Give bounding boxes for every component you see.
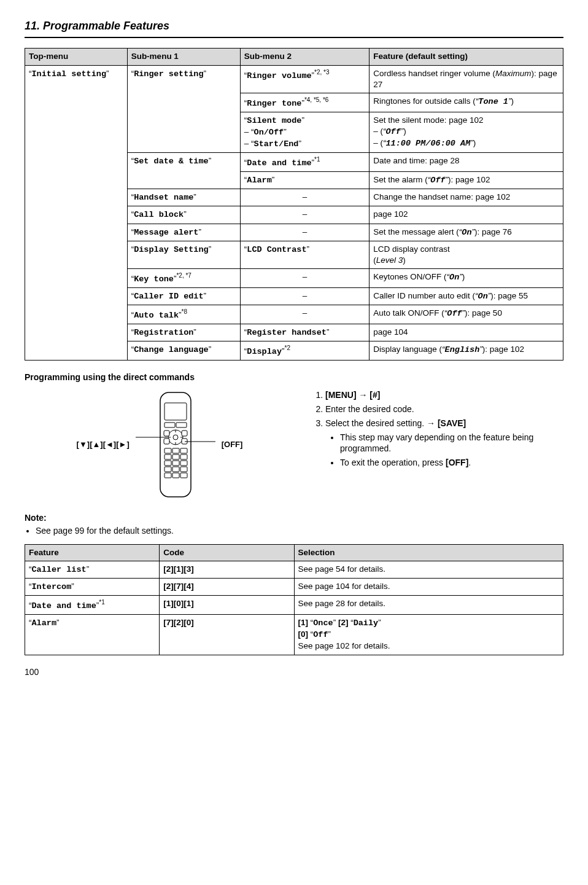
submenu1-cell: “Key tone”*2, *7 — [127, 269, 240, 288]
submenu2-cell: “Ringer volume”*2, *3 — [240, 65, 369, 93]
feature-cell: “Date and time”*1 — [25, 596, 160, 615]
feature-cell: “Intercom” — [25, 579, 160, 596]
submenu2-cell: – — [240, 224, 369, 241]
submenu1-cell: “Registration” — [127, 324, 240, 341]
topmenu-cell: “Initial setting” — [25, 65, 128, 360]
feature-cell: Set the silent mode: page 102– (“Off”)– … — [369, 112, 563, 153]
th-sub2: Sub-menu 2 — [240, 49, 369, 65]
submenu2-cell: – — [240, 305, 369, 324]
svg-rect-28 — [180, 473, 187, 478]
submenu1-cell: “Message alert” — [127, 224, 240, 241]
nav-keys-label: [▼][▲][◄][►] — [77, 439, 130, 450]
svg-rect-12 — [164, 439, 169, 444]
feature-cell: Set the alarm (“Off”): page 102 — [369, 172, 563, 189]
code-cell: [7][2][0] — [160, 615, 294, 655]
feature-cell: page 104 — [369, 324, 563, 341]
code-cell: [2][1][3] — [160, 561, 294, 578]
submenu1-cell: “Caller ID edit” — [127, 288, 240, 305]
submenu2-cell: – — [240, 288, 369, 305]
submenu2-cell: “Silent mode”– “On/Off”– “Start/End” — [240, 112, 369, 153]
step-3: Select the desired setting. → [SAVE] Thi… — [325, 418, 563, 469]
submenu1-cell: “Change language” — [127, 341, 240, 361]
feature-cell: page 102 — [369, 206, 563, 224]
feature-cell: “Caller list” — [25, 561, 160, 578]
table-row: “Caller list”[2][1][3]See page 54 for de… — [25, 561, 563, 578]
svg-rect-20 — [164, 461, 171, 466]
submenu1-cell: “Auto talk”*8 — [127, 305, 240, 324]
selection-cell: See page 54 for details. — [294, 561, 563, 578]
svg-rect-27 — [172, 473, 179, 478]
svg-rect-21 — [172, 461, 179, 466]
table-row: “Initial setting”“Ringer setting”“Ringer… — [25, 65, 563, 93]
submenu2-cell: “LCD Contrast” — [240, 241, 369, 268]
table-row: “Date and time”*1[1][0][1]See page 28 fo… — [25, 596, 563, 615]
svg-rect-26 — [164, 473, 171, 478]
selection-cell: See page 104 for details. — [294, 579, 563, 596]
svg-rect-17 — [164, 454, 171, 459]
svg-rect-23 — [164, 467, 171, 472]
svg-rect-14 — [164, 448, 171, 453]
table-row: “Intercom”[2][7][4]See page 104 for deta… — [25, 579, 563, 596]
svg-rect-18 — [172, 454, 179, 459]
step3-bullet-2: To exit the operation, press [OFF]. — [340, 457, 563, 469]
page-number: 100 — [25, 666, 563, 678]
feature-cell: “Alarm” — [25, 615, 160, 655]
step3-bullet-1: This step may vary depending on the feat… — [340, 432, 563, 455]
th2-selection: Selection — [294, 544, 563, 561]
direct-commands-heading: Programming using the direct commands — [25, 372, 563, 383]
table-row: “Alarm”[7][2][0][1] “Once” [2] “Daily”[0… — [25, 615, 563, 655]
svg-rect-11 — [182, 431, 187, 436]
submenu2-cell: “Register handset” — [240, 324, 369, 341]
feature-cell: Caller ID number auto edit (“On”): page … — [369, 288, 563, 305]
submenu2-cell: – — [240, 269, 369, 288]
submenu2-cell: “Alarm” — [240, 172, 369, 189]
feature-cell: Set the message alert (“On”): page 76 — [369, 224, 563, 241]
handset-icon — [136, 389, 215, 500]
code-cell: [1][0][1] — [160, 596, 294, 615]
selection-cell: See page 28 for details. — [294, 596, 563, 615]
note-heading: Note: — [25, 512, 563, 524]
submenu1-cell: “Ringer setting” — [127, 65, 240, 153]
off-key-label: [OFF] — [222, 439, 243, 450]
th-sub1: Sub-menu 1 — [127, 49, 240, 65]
direct-commands-row: [▼][▲][◄][►] — [25, 389, 563, 500]
svg-rect-19 — [180, 454, 187, 459]
svg-point-5 — [173, 435, 178, 440]
submenu1-cell: “Handset name” — [127, 189, 240, 206]
submenu1-cell: “Set date & time” — [127, 153, 240, 189]
feature-cell: Date and time: page 28 — [369, 153, 563, 172]
submenu1-cell: “Display Setting” — [127, 241, 240, 268]
submenu2-cell: “Ringer tone”*4, *5, *6 — [240, 93, 369, 112]
feature-cell: Display language (“English”): page 102 — [369, 341, 563, 361]
note-list: See page 99 for the default settings. — [36, 525, 563, 537]
th-topmenu: Top-menu — [25, 49, 128, 65]
feature-cell: Cordless handset ringer volume (Maximum)… — [369, 65, 563, 93]
svg-rect-3 — [176, 423, 187, 427]
svg-rect-1 — [164, 403, 187, 420]
selection-cell: [1] “Once” [2] “Daily”[0] “Off”See page … — [294, 615, 563, 655]
features-table: Top-menu Sub-menu 1 Sub-menu 2 Feature (… — [25, 48, 563, 361]
note-item: See page 99 for the default settings. — [36, 525, 563, 537]
handset-diagram: [▼][▲][◄][►] — [25, 389, 295, 500]
submenu2-cell: – — [240, 189, 369, 206]
chapter-title: 11. Programmable Features — [25, 18, 563, 33]
submenu2-cell: “Date and time”*1 — [240, 153, 369, 172]
direct-codes-table: Feature Code Selection “Caller list”[2][… — [25, 544, 563, 655]
divider — [25, 37, 563, 38]
submenu1-cell: “Call block” — [127, 206, 240, 224]
feature-cell: Change the handset name: page 102 — [369, 189, 563, 206]
feature-cell: Ringtones for outside calls (“Tone 1”) — [369, 93, 563, 112]
submenu2-cell: “Display”*2 — [240, 341, 369, 361]
svg-rect-25 — [180, 467, 187, 472]
direct-steps: [MENU] → [#] Enter the desired code. Sel… — [313, 389, 563, 500]
svg-rect-22 — [180, 461, 187, 466]
step-1: [MENU] → [#] — [325, 389, 563, 401]
submenu2-cell: – — [240, 206, 369, 224]
svg-rect-24 — [172, 467, 179, 472]
step-2: Enter the desired code. — [325, 404, 563, 415]
feature-cell: Keytones ON/OFF (“On”) — [369, 269, 563, 288]
svg-rect-2 — [164, 423, 175, 427]
th-feature: Feature (default setting) — [369, 49, 563, 65]
feature-cell: LCD display contrast(Level 3) — [369, 241, 563, 268]
svg-rect-15 — [172, 448, 179, 453]
